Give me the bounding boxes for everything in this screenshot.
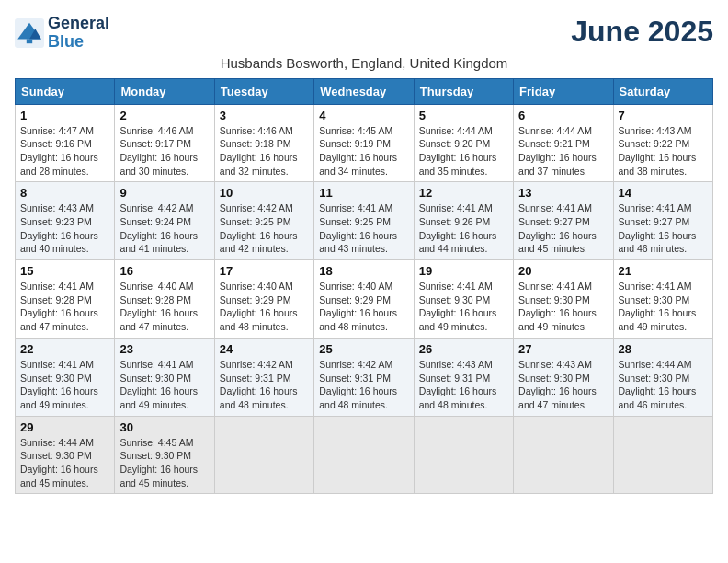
calendar-cell: 14Sunrise: 4:41 AM Sunset: 9:27 PM Dayli… xyxy=(613,182,712,260)
day-info: Sunrise: 4:42 AM Sunset: 9:31 PM Dayligh… xyxy=(220,358,309,412)
calendar-cell: 7Sunrise: 4:43 AM Sunset: 9:22 PM Daylig… xyxy=(613,104,712,182)
day-number: 6 xyxy=(518,109,608,122)
day-info: Sunrise: 4:41 AM Sunset: 9:30 PM Dayligh… xyxy=(518,280,608,334)
calendar-cell: 30Sunrise: 4:45 AM Sunset: 9:30 PM Dayli… xyxy=(115,416,214,494)
day-number: 2 xyxy=(119,109,209,122)
day-info: Sunrise: 4:40 AM Sunset: 9:28 PM Dayligh… xyxy=(119,280,209,334)
day-number: 22 xyxy=(20,342,109,356)
calendar-header-tuesday: Tuesday xyxy=(214,78,313,104)
day-number: 24 xyxy=(220,342,309,356)
calendar-cell: 1Sunrise: 4:47 AM Sunset: 9:16 PM Daylig… xyxy=(16,104,115,182)
day-info: Sunrise: 4:42 AM Sunset: 9:24 PM Dayligh… xyxy=(119,201,209,256)
day-info: Sunrise: 4:44 AM Sunset: 9:30 PM Dayligh… xyxy=(20,436,109,490)
calendar-header-sunday: Sunday xyxy=(16,78,115,104)
day-number: 21 xyxy=(619,264,708,278)
day-number: 17 xyxy=(220,264,309,278)
calendar-cell: 26Sunrise: 4:43 AM Sunset: 9:31 PM Dayli… xyxy=(414,338,513,416)
calendar-cell: 18Sunrise: 4:40 AM Sunset: 9:29 PM Dayli… xyxy=(314,260,414,339)
day-number: 18 xyxy=(319,264,408,278)
calendar-cell: 22Sunrise: 4:41 AM Sunset: 9:30 PM Dayli… xyxy=(16,338,115,416)
day-info: Sunrise: 4:44 AM Sunset: 9:21 PM Dayligh… xyxy=(518,124,608,178)
day-number: 1 xyxy=(20,109,109,122)
calendar-week-row: 22Sunrise: 4:41 AM Sunset: 9:30 PM Dayli… xyxy=(16,338,713,416)
day-info: Sunrise: 4:46 AM Sunset: 9:17 PM Dayligh… xyxy=(119,124,209,178)
day-info: Sunrise: 4:41 AM Sunset: 9:30 PM Dayligh… xyxy=(619,280,708,334)
day-number: 20 xyxy=(518,264,608,278)
day-info: Sunrise: 4:41 AM Sunset: 9:27 PM Dayligh… xyxy=(619,201,708,256)
calendar-cell: 11Sunrise: 4:41 AM Sunset: 9:25 PM Dayli… xyxy=(314,182,414,260)
calendar-cell xyxy=(613,416,712,494)
calendar-cell xyxy=(214,416,313,494)
day-info: Sunrise: 4:41 AM Sunset: 9:25 PM Dayligh… xyxy=(319,201,408,256)
day-info: Sunrise: 4:46 AM Sunset: 9:18 PM Dayligh… xyxy=(220,124,309,178)
day-number: 12 xyxy=(419,186,508,200)
day-info: Sunrise: 4:40 AM Sunset: 9:29 PM Dayligh… xyxy=(220,280,309,334)
calendar-header-wednesday: Wednesday xyxy=(314,78,414,104)
calendar-cell: 19Sunrise: 4:41 AM Sunset: 9:30 PM Dayli… xyxy=(414,260,513,339)
calendar-header-thursday: Thursday xyxy=(414,78,513,104)
day-number: 15 xyxy=(20,264,109,278)
calendar-cell: 21Sunrise: 4:41 AM Sunset: 9:30 PM Dayli… xyxy=(613,260,712,339)
day-info: Sunrise: 4:41 AM Sunset: 9:26 PM Dayligh… xyxy=(419,201,508,256)
calendar-cell: 4Sunrise: 4:45 AM Sunset: 9:19 PM Daylig… xyxy=(314,104,414,182)
calendar-cell: 9Sunrise: 4:42 AM Sunset: 9:24 PM Daylig… xyxy=(115,182,214,260)
calendar-week-row: 8Sunrise: 4:43 AM Sunset: 9:23 PM Daylig… xyxy=(16,182,713,260)
subtitle: Husbands Bosworth, England, United Kingd… xyxy=(15,55,713,71)
day-number: 26 xyxy=(419,342,508,356)
day-number: 10 xyxy=(220,186,309,200)
calendar-week-row: 1Sunrise: 4:47 AM Sunset: 9:16 PM Daylig… xyxy=(16,104,713,182)
calendar-cell: 25Sunrise: 4:42 AM Sunset: 9:31 PM Dayli… xyxy=(314,338,414,416)
day-number: 25 xyxy=(319,342,408,356)
day-info: Sunrise: 4:41 AM Sunset: 9:30 PM Dayligh… xyxy=(419,280,508,334)
day-info: Sunrise: 4:42 AM Sunset: 9:25 PM Dayligh… xyxy=(220,201,309,256)
day-info: Sunrise: 4:41 AM Sunset: 9:27 PM Dayligh… xyxy=(518,201,608,256)
calendar-cell: 15Sunrise: 4:41 AM Sunset: 9:28 PM Dayli… xyxy=(16,260,115,339)
day-info: Sunrise: 4:44 AM Sunset: 9:30 PM Dayligh… xyxy=(619,358,708,412)
calendar-cell: 20Sunrise: 4:41 AM Sunset: 9:30 PM Dayli… xyxy=(514,260,613,339)
calendar-header-row: SundayMondayTuesdayWednesdayThursdayFrid… xyxy=(16,78,713,104)
calendar-cell: 13Sunrise: 4:41 AM Sunset: 9:27 PM Dayli… xyxy=(514,182,613,260)
day-number: 29 xyxy=(20,420,109,434)
calendar-cell: 10Sunrise: 4:42 AM Sunset: 9:25 PM Dayli… xyxy=(214,182,313,260)
day-number: 14 xyxy=(619,186,708,200)
day-number: 28 xyxy=(619,342,708,356)
day-info: Sunrise: 4:42 AM Sunset: 9:31 PM Dayligh… xyxy=(319,358,408,412)
day-number: 16 xyxy=(119,264,209,278)
day-info: Sunrise: 4:43 AM Sunset: 9:22 PM Dayligh… xyxy=(619,124,708,178)
day-number: 9 xyxy=(119,186,209,200)
calendar-cell: 28Sunrise: 4:44 AM Sunset: 9:30 PM Dayli… xyxy=(613,338,712,416)
month-title: June 2025 xyxy=(571,15,713,49)
day-info: Sunrise: 4:40 AM Sunset: 9:29 PM Dayligh… xyxy=(319,280,408,334)
day-info: Sunrise: 4:41 AM Sunset: 9:30 PM Dayligh… xyxy=(20,358,109,412)
day-info: Sunrise: 4:41 AM Sunset: 9:30 PM Dayligh… xyxy=(119,358,209,412)
day-info: Sunrise: 4:45 AM Sunset: 9:19 PM Dayligh… xyxy=(319,124,408,178)
calendar-cell: 8Sunrise: 4:43 AM Sunset: 9:23 PM Daylig… xyxy=(16,182,115,260)
calendar-header-monday: Monday xyxy=(115,78,214,104)
calendar-cell xyxy=(414,416,513,494)
logo-icon xyxy=(15,18,44,48)
logo-text-blue: Blue xyxy=(48,33,109,52)
day-info: Sunrise: 4:44 AM Sunset: 9:20 PM Dayligh… xyxy=(419,124,508,178)
calendar-cell: 17Sunrise: 4:40 AM Sunset: 9:29 PM Dayli… xyxy=(214,260,313,339)
calendar-cell xyxy=(514,416,613,494)
svg-rect-3 xyxy=(27,39,32,43)
calendar-header-saturday: Saturday xyxy=(613,78,712,104)
calendar-cell: 29Sunrise: 4:44 AM Sunset: 9:30 PM Dayli… xyxy=(16,416,115,494)
day-info: Sunrise: 4:43 AM Sunset: 9:30 PM Dayligh… xyxy=(518,358,608,412)
calendar-week-row: 15Sunrise: 4:41 AM Sunset: 9:28 PM Dayli… xyxy=(16,260,713,339)
day-number: 23 xyxy=(119,342,209,356)
logo: General Blue xyxy=(15,15,109,52)
calendar-cell: 12Sunrise: 4:41 AM Sunset: 9:26 PM Dayli… xyxy=(414,182,513,260)
header: General Blue June 2025 xyxy=(15,15,713,52)
day-number: 8 xyxy=(20,186,109,200)
day-info: Sunrise: 4:43 AM Sunset: 9:23 PM Dayligh… xyxy=(20,201,109,256)
calendar-cell: 24Sunrise: 4:42 AM Sunset: 9:31 PM Dayli… xyxy=(214,338,313,416)
day-info: Sunrise: 4:45 AM Sunset: 9:30 PM Dayligh… xyxy=(119,436,209,490)
day-info: Sunrise: 4:43 AM Sunset: 9:31 PM Dayligh… xyxy=(419,358,508,412)
day-number: 11 xyxy=(319,186,408,200)
calendar-cell: 23Sunrise: 4:41 AM Sunset: 9:30 PM Dayli… xyxy=(115,338,214,416)
calendar-week-row: 29Sunrise: 4:44 AM Sunset: 9:30 PM Dayli… xyxy=(16,416,713,494)
day-info: Sunrise: 4:41 AM Sunset: 9:28 PM Dayligh… xyxy=(20,280,109,334)
day-info: Sunrise: 4:47 AM Sunset: 9:16 PM Dayligh… xyxy=(20,124,109,178)
calendar-cell: 2Sunrise: 4:46 AM Sunset: 9:17 PM Daylig… xyxy=(115,104,214,182)
